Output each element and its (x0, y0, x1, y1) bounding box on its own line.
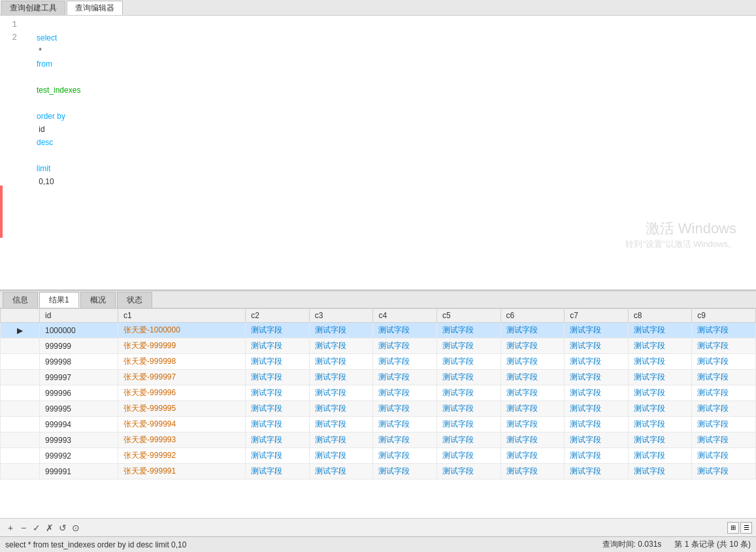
view-toggle: ⊞ ☰ (727, 522, 752, 534)
cell-id-9: 999991 (40, 464, 118, 479)
cell-c1-2: 张天爱-999998 (118, 354, 246, 370)
tab-query-editor[interactable]: 查询编辑器 (67, 1, 123, 15)
add-row-button[interactable]: + (4, 521, 17, 534)
col-header-c8: c8 (628, 309, 692, 323)
table-row[interactable]: 999999张天爱-999999测试字段测试字段测试字段测试字段测试字段测试字段… (1, 338, 756, 354)
col-header-c4: c4 (373, 309, 437, 323)
cell-c4-4: 测试字段 (373, 385, 437, 401)
keyword-desc: desc (37, 138, 53, 147)
col-header-c6: c6 (501, 309, 565, 323)
row-indicator (1, 417, 40, 432)
row-indicator (1, 464, 40, 479)
cell-c4-5: 测试字段 (373, 401, 437, 417)
tab-info[interactable]: 信息 (3, 292, 38, 308)
tab-result1[interactable]: 结果1 (39, 292, 79, 308)
error-bar (0, 186, 3, 238)
keyword-order: order by (37, 112, 65, 121)
cell-c1-3: 张天爱-999997 (118, 370, 246, 385)
sql-line-1: select * from test_indexes order by id d… (24, 18, 756, 31)
table-body: ▶1000000张天爱-1000000测试字段测试字段测试字段测试字段测试字段测… (1, 323, 756, 479)
refresh-button[interactable]: ↺ (56, 521, 69, 534)
status-right: 查询时间: 0.031s 第 1 条记录 (共 10 条) (602, 539, 751, 550)
cell-c4-2: 测试字段 (373, 354, 437, 370)
cell-c1-4: 张天爱-999996 (118, 385, 246, 401)
cell-c7-2: 测试字段 (565, 354, 629, 370)
cell-c1-9: 张天爱-999991 (118, 464, 246, 479)
cell-id-2: 999998 (40, 354, 118, 370)
cell-c7-4: 测试字段 (565, 385, 629, 401)
cell-c6-3: 测试字段 (501, 370, 565, 385)
results-toolbar: + − ✓ ✗ ↺ ⊙ ⊞ ☰ (0, 518, 756, 536)
cell-c5-4: 测试字段 (437, 385, 501, 401)
cell-c2-1: 测试字段 (246, 338, 310, 354)
cell-c7-7: 测试字段 (565, 432, 629, 448)
tab-query-builder[interactable]: 查询创建工具 (1, 1, 65, 15)
cell-c6-9: 测试字段 (501, 464, 565, 479)
cell-c9-1: 测试字段 (692, 338, 756, 354)
cell-c3-5: 测试字段 (309, 401, 373, 417)
table-row[interactable]: 999996张天爱-999996测试字段测试字段测试字段测试字段测试字段测试字段… (1, 385, 756, 401)
cell-c6-0: 测试字段 (501, 323, 565, 338)
table-row[interactable]: 999998张天爱-999998测试字段测试字段测试字段测试字段测试字段测试字段… (1, 354, 756, 370)
table-row[interactable]: 999992张天爱-999992测试字段测试字段测试字段测试字段测试字段测试字段… (1, 448, 756, 464)
cell-c4-6: 测试字段 (373, 417, 437, 432)
table-row[interactable]: 999997张天爱-999997测试字段测试字段测试字段测试字段测试字段测试字段… (1, 370, 756, 385)
table-row[interactable]: 999993张天爱-999993测试字段测试字段测试字段测试字段测试字段测试字段… (1, 432, 756, 448)
cell-c3-1: 测试字段 (309, 338, 373, 354)
grid-view-icon[interactable]: ⊞ (727, 522, 739, 534)
cell-c7-8: 测试字段 (565, 448, 629, 464)
cell-c5-0: 测试字段 (437, 323, 501, 338)
table-header-row: idc1c2c3c4c5c6c7c8c9 (1, 309, 756, 323)
cell-c2-2: 测试字段 (246, 354, 310, 370)
cell-c3-2: 测试字段 (309, 354, 373, 370)
cell-c9-5: 测试字段 (692, 401, 756, 417)
sql-line-2 (24, 31, 756, 44)
cell-c5-6: 测试字段 (437, 417, 501, 432)
cell-c5-8: 测试字段 (437, 448, 501, 464)
delete-row-button[interactable]: − (17, 521, 30, 534)
cell-c4-9: 测试字段 (373, 464, 437, 479)
sql-editor[interactable]: 1 2 select * from test_indexes order by … (0, 16, 756, 290)
cell-id-6: 999994 (40, 417, 118, 432)
results-area: idc1c2c3c4c5c6c7c8c9 ▶1000000张天爱-1000000… (0, 308, 756, 536)
row-indicator (1, 432, 40, 448)
data-grid[interactable]: idc1c2c3c4c5c6c7c8c9 ▶1000000张天爱-1000000… (0, 308, 756, 518)
options-button[interactable]: ⊙ (69, 521, 82, 534)
table-row[interactable]: ▶1000000张天爱-1000000测试字段测试字段测试字段测试字段测试字段测… (1, 323, 756, 338)
save-button[interactable]: ✓ (30, 521, 43, 534)
status-bar: select * from test_indexes order by id d… (0, 536, 756, 552)
record-info: 第 1 条记录 (共 10 条) (674, 539, 751, 550)
keyword-from: from (37, 59, 52, 69)
table-row[interactable]: 999995张天爱-999995测试字段测试字段测试字段测试字段测试字段测试字段… (1, 401, 756, 417)
col-header-c1: c1 (118, 309, 246, 323)
cell-c7-1: 测试字段 (565, 338, 629, 354)
cell-c7-9: 测试字段 (565, 464, 629, 479)
cell-c2-5: 测试字段 (246, 401, 310, 417)
table-row[interactable]: 999991张天爱-999991测试字段测试字段测试字段测试字段测试字段测试字段… (1, 464, 756, 479)
col-header-c7: c7 (565, 309, 629, 323)
cell-c3-4: 测试字段 (309, 385, 373, 401)
cell-c1-7: 张天爱-999993 (118, 432, 246, 448)
col-header-id: id (40, 309, 118, 323)
cell-c9-9: 测试字段 (692, 464, 756, 479)
cell-c2-0: 测试字段 (246, 323, 310, 338)
cell-c4-3: 测试字段 (373, 370, 437, 385)
windows-watermark: 激活 Windows 转到"设置"以激活 Windows。 (625, 219, 736, 250)
cell-c6-8: 测试字段 (501, 448, 565, 464)
cell-id-8: 999992 (40, 448, 118, 464)
cell-c9-0: 测试字段 (692, 323, 756, 338)
query-time: 查询时间: 0.031s (602, 539, 662, 550)
tab-status[interactable]: 状态 (117, 292, 152, 308)
cell-c7-3: 测试字段 (565, 370, 629, 385)
cell-c5-3: 测试字段 (437, 370, 501, 385)
cancel-button[interactable]: ✗ (43, 521, 56, 534)
cell-c4-0: 测试字段 (373, 323, 437, 338)
cell-c6-6: 测试字段 (501, 417, 565, 432)
cell-c3-0: 测试字段 (309, 323, 373, 338)
list-view-icon[interactable]: ☰ (740, 522, 752, 534)
table-row[interactable]: 999994张天爱-999994测试字段测试字段测试字段测试字段测试字段测试字段… (1, 417, 756, 432)
cell-c9-6: 测试字段 (692, 417, 756, 432)
tab-overview[interactable]: 概况 (80, 292, 116, 308)
cell-c9-7: 测试字段 (692, 432, 756, 448)
cell-c5-5: 测试字段 (437, 401, 501, 417)
